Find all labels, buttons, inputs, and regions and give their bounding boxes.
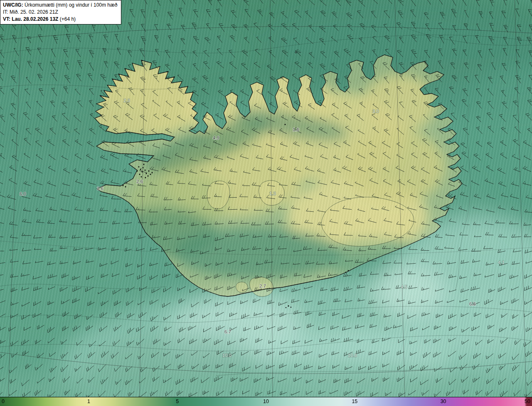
map-canvas: 2.34.91.63.02.63.66.01.32.74.54.16.66.71…	[0, 0, 532, 397]
precip-value-label: 4.1	[498, 260, 505, 265]
weather-map: 2.34.91.63.02.63.66.01.32.74.54.16.66.71…	[0, 0, 532, 397]
precip-value-label: 10.0	[222, 353, 232, 358]
colorbar-tick-10: 10	[263, 399, 269, 404]
colorbar-tick-30: 30	[441, 399, 446, 404]
vestmannaeyjar-island	[288, 305, 289, 306]
colorbar-tick-15: 15	[352, 399, 357, 404]
precip-value-label: 2.7	[259, 284, 266, 289]
colorbar-tick-50: 50	[525, 399, 530, 404]
precip-value-label: 2.3	[123, 98, 130, 103]
precip-value-label: 4.9	[213, 135, 219, 140]
model-label: UWC/IG:	[3, 2, 23, 8]
valid-time: VT: Lau. 28.02.2026 13Z	[3, 16, 58, 22]
precip-value-label: 3.6	[97, 186, 103, 191]
precip-value-label: 10.8	[348, 353, 357, 358]
valid-offset: (+64 h)	[58, 16, 76, 22]
valid-time-line: VT: Lau. 28.02.2026 13Z (+64 h)	[3, 16, 117, 23]
precip-value-label: 1.3	[269, 191, 276, 196]
precip-value-label: 6.7	[224, 329, 231, 334]
colorbar-tick-0: 0	[2, 399, 5, 404]
product-title: Úrkomumætti (mm) og vindur í 100m hæð	[23, 2, 118, 8]
precip-value-label: 2.6	[136, 179, 143, 184]
precip-value-label: 6.0	[20, 191, 26, 196]
precip-value-label: 3.0	[372, 109, 379, 114]
precip-value-label: 1.6	[293, 127, 299, 132]
precip-value-label: 4.5	[401, 284, 407, 289]
colorbar-tick-5: 5	[176, 399, 179, 404]
precip-value-label: 6.6	[469, 301, 476, 306]
init-time-line: IT: Mið. 25. 02. 2026 21Z	[3, 9, 117, 16]
colorbar: 01510153050	[0, 397, 532, 406]
product-title-line: UWC/IG: Úrkomumætti (mm) og vindur í 100…	[3, 2, 117, 9]
colorbar-tick-1: 1	[87, 399, 90, 404]
title-box: UWC/IG: Úrkomumætti (mm) og vindur í 100…	[0, 0, 121, 24]
